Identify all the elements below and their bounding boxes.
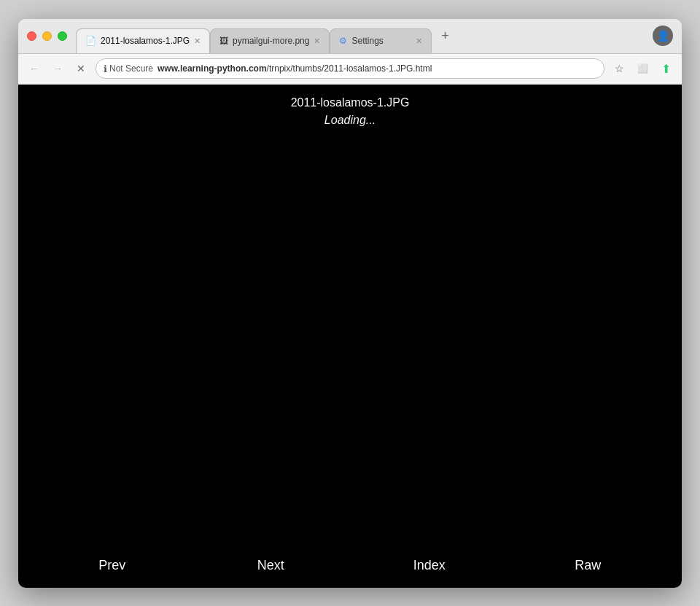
titlebar: 📄 2011-losalamos-1.JPG ✕ 🖼 pymailgui-mor… [18,19,682,54]
page-title: 2011-losalamos-1.JPG [291,96,410,109]
address-bar: ← → ✕ ℹ Not Secure www.learning-python.c… [18,54,682,85]
tab-close-jpg[interactable]: ✕ [194,36,201,46]
tab-label-png: pymailgui-more.png [233,36,309,46]
url-path: /trnpix/thumbs/2011-losalamos-1.JPG.html [267,63,432,74]
browser-window: 📄 2011-losalamos-1.JPG ✕ 🖼 pymailgui-mor… [18,19,682,588]
star-button[interactable]: ☆ [610,60,628,77]
maximize-button[interactable] [58,31,67,41]
profile-button[interactable]: 👤 [653,26,673,46]
cast-button[interactable]: ⬜ [634,60,651,77]
next-link[interactable]: Next [192,558,351,573]
url-text: www.learning-python.com/trnpix/thumbs/20… [158,63,596,74]
tab-jpg[interactable]: 📄 2011-losalamos-1.JPG ✕ [76,28,210,53]
tab-settings[interactable]: ⚙ Settings ✕ [330,28,432,53]
gear-icon: ⚙ [339,36,347,46]
close-button[interactable] [27,31,36,41]
security-indicator: ℹ Not Secure [104,63,153,74]
not-secure-label: Not Secure [109,63,153,74]
forward-button[interactable]: → [49,60,66,77]
profile-icon: 👤 [657,30,669,42]
tab-close-settings[interactable]: ✕ [416,36,422,46]
prev-link[interactable]: Prev [33,558,192,573]
update-button[interactable]: ⬆ [657,60,674,77]
index-link[interactable]: Index [350,558,509,573]
page-content: 2011-losalamos-1.JPG Loading... Prev Nex… [18,85,682,588]
tab-icon-png: 🖼 [219,36,228,46]
tab-label-jpg: 2011-losalamos-1.JPG [101,36,190,46]
reload-button[interactable]: ✕ [72,60,90,77]
address-icons: ☆ ⬜ ⬆ [610,60,674,77]
minimize-button[interactable] [42,31,52,41]
tab-close-png[interactable]: ✕ [314,36,320,46]
info-icon: ℹ [104,63,107,74]
page-loading-text: Loading... [324,114,376,127]
window-controls [27,31,67,41]
url-domain: www.learning-python.com [158,63,267,74]
url-bar[interactable]: ℹ Not Secure www.learning-python.com/trn… [96,58,604,79]
tab-label-settings: Settings [351,36,383,46]
new-tab-button[interactable]: + [435,26,455,46]
nav-links: Prev Next Index Raw [18,544,682,588]
tab-icon-jpg: 📄 [85,36,96,46]
tab-png[interactable]: 🖼 pymailgui-more.png ✕ [210,28,330,53]
raw-link[interactable]: Raw [509,558,668,573]
tab-bar: 📄 2011-losalamos-1.JPG ✕ 🖼 pymailgui-mor… [76,19,653,53]
back-button[interactable]: ← [26,60,43,77]
